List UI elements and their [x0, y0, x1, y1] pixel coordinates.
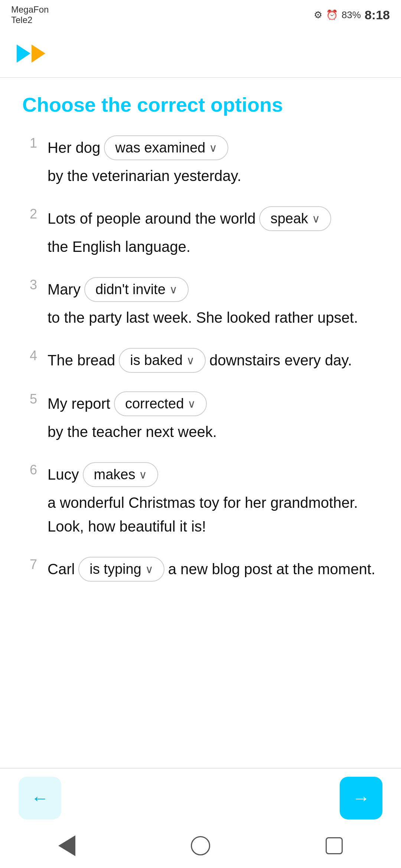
question-row-3: 3Marydidn't invite∨to the party last wee… — [22, 277, 379, 329]
question-row-4: 4The breadis baked∨downstairs every day. — [22, 348, 379, 373]
question-number-6: 6 — [22, 462, 37, 478]
question-item-7: 7Carlis typing∨a new blog post at the mo… — [22, 557, 379, 582]
question-text-1-2: by the veterinarian yesterday. — [48, 164, 241, 188]
footer-nav: ← → — [0, 768, 401, 827]
question-row-6: 6Lucymakes∨a wonderful Christmas toy for… — [22, 462, 379, 538]
question-item-2: 2Lots of people around the worldspeak∨th… — [22, 206, 379, 259]
dropdown-label-1: was examined — [115, 140, 205, 156]
recents-square-icon — [326, 837, 343, 854]
dropdown-5[interactable]: corrected∨ — [114, 391, 207, 416]
question-text-4-2: downstairs every day. — [209, 348, 352, 372]
back-system-button[interactable] — [54, 833, 80, 859]
question-text-3-2: to the party last week. She looked rathe… — [48, 306, 358, 329]
question-number-5: 5 — [22, 391, 37, 407]
dropdown-label-4: is baked — [130, 352, 183, 368]
question-number-7: 7 — [22, 557, 37, 572]
time-display: 8:18 — [365, 8, 390, 22]
home-circle-icon — [191, 836, 210, 855]
question-text-3-0: Mary — [48, 277, 81, 301]
dropdown-label-2: speak — [270, 211, 308, 227]
dropdown-label-6: makes — [94, 467, 136, 483]
alarm-icon: ⏰ — [326, 9, 338, 21]
battery-level: 83% — [342, 9, 361, 21]
question-item-3: 3Marydidn't invite∨to the party last wee… — [22, 277, 379, 329]
question-text-7-2: a new blog post at the moment. — [168, 557, 375, 581]
chevron-down-icon: ∨ — [188, 397, 196, 410]
carrier-name: MegaFon — [11, 4, 49, 15]
chevron-down-icon: ∨ — [139, 468, 147, 481]
dropdown-7[interactable]: is typing∨ — [78, 557, 164, 582]
chevron-down-icon: ∨ — [209, 141, 217, 154]
question-text-5-0: My report — [48, 392, 110, 415]
carrier-info: MegaFon Tele2 — [11, 4, 49, 25]
question-row-1: 1Her dogwas examined∨by the veterinarian… — [22, 135, 379, 188]
dropdown-label-5: corrected — [125, 396, 184, 412]
question-number-2: 2 — [22, 206, 37, 222]
question-number-3: 3 — [22, 277, 37, 293]
home-system-button[interactable] — [188, 833, 213, 859]
back-button[interactable]: ← — [19, 777, 61, 819]
question-body-3: Marydidn't invite∨to the party last week… — [48, 277, 379, 329]
question-body-2: Lots of people around the worldspeak∨the… — [48, 206, 379, 259]
chevron-down-icon: ∨ — [186, 354, 195, 367]
question-row-7: 7Carlis typing∨a new blog post at the mo… — [22, 557, 379, 582]
question-item-6: 6Lucymakes∨a wonderful Christmas toy for… — [22, 462, 379, 538]
question-text-2-2: the English language. — [48, 235, 190, 259]
question-item-5: 5My reportcorrected∨by the teacher next … — [22, 391, 379, 444]
chevron-down-icon: ∨ — [169, 283, 177, 296]
status-bar: MegaFon Tele2 ⚙ ⏰ 83% 8:18 — [0, 0, 401, 30]
dropdown-6[interactable]: makes∨ — [83, 462, 159, 487]
main-content: Choose the correct options 1Her dogwas e… — [0, 78, 401, 768]
questions-list: 1Her dogwas examined∨by the veterinarian… — [22, 135, 379, 582]
question-row-2: 2Lots of people around the worldspeak∨th… — [22, 206, 379, 259]
app-header — [0, 30, 401, 78]
carrier2-name: Tele2 — [11, 15, 49, 25]
question-body-7: Carlis typing∨a new blog post at the mom… — [48, 557, 379, 582]
question-text-6-0: Lucy — [48, 463, 79, 486]
question-text-1-0: Her dog — [48, 136, 100, 160]
dropdown-2[interactable]: speak∨ — [259, 206, 331, 231]
question-item-4: 4The breadis baked∨downstairs every day. — [22, 348, 379, 373]
recents-system-button[interactable] — [321, 833, 347, 859]
question-text-6-2: a wonderful Christmas toy for her grandm… — [48, 491, 379, 538]
question-number-1: 1 — [22, 135, 37, 151]
dropdown-label-7: is typing — [89, 561, 141, 577]
app-logo — [15, 42, 52, 65]
question-item-1: 1Her dogwas examined∨by the veterinarian… — [22, 135, 379, 188]
dropdown-4[interactable]: is baked∨ — [119, 348, 206, 373]
forward-button[interactable]: → — [340, 777, 382, 819]
back-arrow-icon: ← — [31, 788, 49, 808]
question-body-4: The breadis baked∨downstairs every day. — [48, 348, 379, 373]
chevron-down-icon: ∨ — [145, 563, 153, 576]
dropdown-1[interactable]: was examined∨ — [104, 135, 228, 160]
page-title: Choose the correct options — [22, 93, 379, 117]
question-text-4-0: The bread — [48, 348, 115, 372]
status-right: ⚙ ⏰ 83% 8:18 — [314, 8, 390, 22]
question-text-5-2: by the teacher next week. — [48, 420, 217, 444]
question-body-5: My reportcorrected∨by the teacher next w… — [48, 391, 379, 444]
back-triangle-icon — [58, 835, 75, 856]
question-text-7-0: Carl — [48, 557, 75, 581]
svg-marker-1 — [32, 45, 45, 63]
question-body-6: Lucymakes∨a wonderful Christmas toy for … — [48, 462, 379, 538]
dropdown-3[interactable]: didn't invite∨ — [84, 277, 189, 302]
question-number-4: 4 — [22, 348, 37, 364]
dropdown-label-3: didn't invite — [95, 282, 166, 297]
question-row-5: 5My reportcorrected∨by the teacher next … — [22, 391, 379, 444]
chevron-down-icon: ∨ — [312, 212, 320, 225]
forward-arrow-icon: → — [352, 788, 370, 808]
question-body-1: Her dogwas examined∨by the veterinarian … — [48, 135, 379, 188]
battery-icon: ⚙ — [314, 9, 322, 21]
question-text-2-0: Lots of people around the world — [48, 207, 255, 230]
svg-marker-0 — [17, 45, 30, 63]
system-nav-bar — [0, 827, 401, 868]
